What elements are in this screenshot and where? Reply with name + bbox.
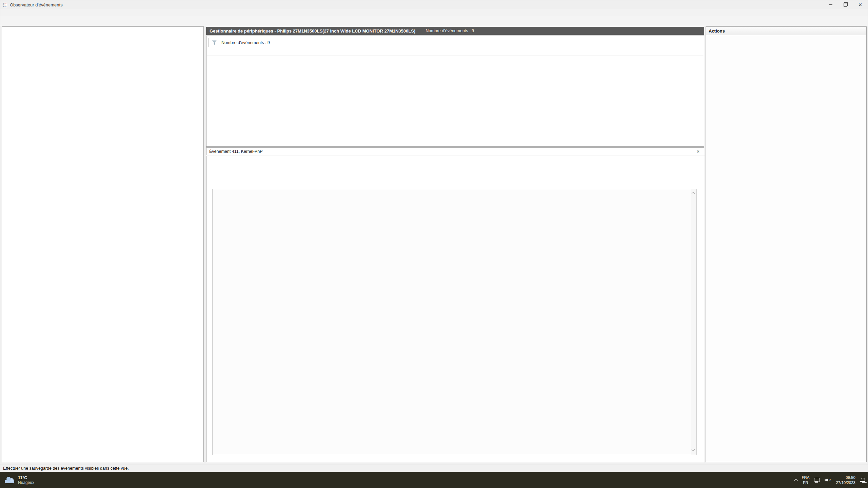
filter-label: Nombre d'événements : 9 — [221, 40, 270, 45]
weather-condition: Nuageux — [18, 480, 34, 485]
notifications-icon[interactable] — [860, 477, 865, 483]
details-content-box — [212, 189, 697, 455]
clock[interactable]: 09:50 27/10/2023 — [836, 475, 855, 485]
list-title-count: Nombre d'événements : 9 — [426, 28, 474, 33]
title-bar: Observateur d'événements — [0, 0, 868, 9]
details-scrollbar[interactable] — [691, 189, 696, 455]
app-icon — [3, 3, 7, 7]
close-icon[interactable]: × — [695, 148, 701, 154]
filter-summary-box[interactable]: Nombre d'événements : 9 — [208, 38, 702, 47]
language-indicator[interactable]: FRA FR — [802, 475, 809, 485]
menu-bar — [0, 9, 868, 16]
minimize-button[interactable] — [823, 0, 838, 9]
network-icon[interactable] — [814, 478, 820, 483]
taskbar: 11°C Nuageux FRA FR 09:50 27/10/2023 — [0, 472, 868, 488]
cloud-icon — [4, 477, 15, 484]
scroll-down-icon[interactable] — [692, 448, 695, 451]
status-bar: Effectuer une sauvegarde des événements … — [0, 465, 868, 472]
list-title-bar: Gestionnaire de périphériques - Philips … — [206, 27, 704, 35]
tray-time: 09:50 — [836, 475, 855, 480]
system-tray: FRA FR 09:50 27/10/2023 — [794, 472, 865, 488]
details-body — [206, 156, 704, 462]
details-title-bar: Événement 411, Kernel-PnP × — [206, 147, 704, 155]
weather-widget[interactable]: 11°C Nuageux — [4, 472, 34, 488]
event-details-pane: Événement 411, Kernel-PnP × — [206, 147, 704, 462]
maximize-button[interactable] — [838, 0, 853, 9]
tray-expand-icon[interactable] — [794, 479, 798, 482]
content-area: Gestionnaire de périphériques - Philips … — [0, 26, 868, 465]
event-viewer-window: Observateur d'événements Gestionnaire de… — [0, 0, 868, 472]
window-title: Observateur d'événements — [10, 2, 823, 7]
event-data-tree — [213, 189, 696, 197]
scroll-up-icon[interactable] — [692, 192, 695, 196]
console-tree-panel — [2, 26, 204, 462]
actions-title: Actions — [706, 27, 866, 35]
actions-panel: Actions — [706, 26, 867, 462]
list-title: Gestionnaire de périphériques - Philips … — [210, 28, 415, 34]
weather-temp: 11°C — [18, 475, 34, 480]
main-panel: Gestionnaire de périphériques - Philips … — [206, 26, 704, 462]
filter-icon — [212, 40, 217, 45]
volume-muted-icon[interactable] — [825, 478, 831, 483]
table-header — [207, 48, 704, 56]
details-title: Événement 411, Kernel-PnP — [209, 149, 695, 154]
close-button[interactable] — [853, 0, 868, 9]
toolbar — [0, 16, 868, 26]
tray-date: 27/10/2023 — [836, 480, 855, 485]
status-text: Effectuer une sauvegarde des événements … — [3, 466, 129, 471]
event-list-region: Nombre d'événements : 9 — [206, 36, 704, 147]
